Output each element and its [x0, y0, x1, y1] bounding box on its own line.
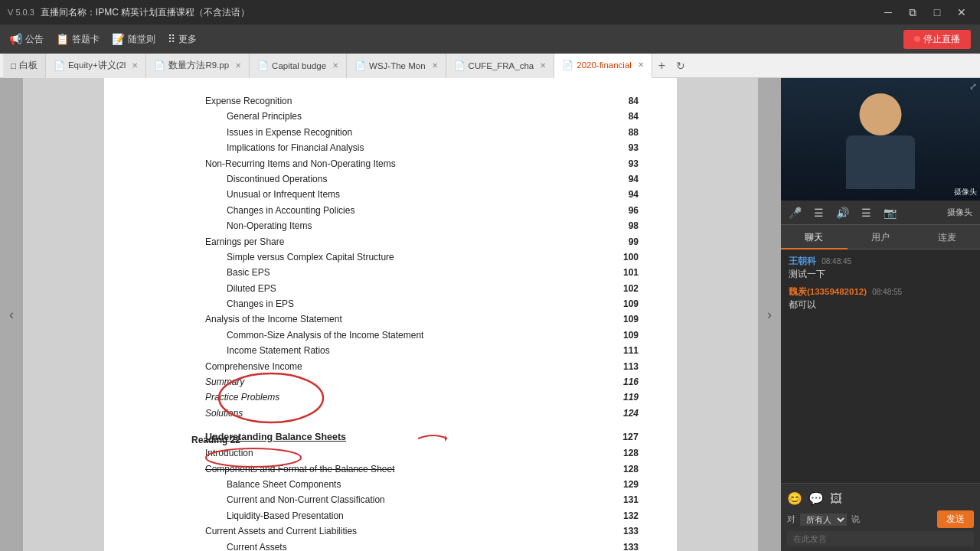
sender-name-1: 王朝科 [789, 256, 816, 266]
toc-common-size: Common-Size Analysis of the Income State… [181, 328, 639, 343]
reading22-label: Reading 22 [191, 432, 240, 448]
minimize-button[interactable]: ─ [877, 4, 899, 21]
toc-introduction: Introduction 128 [181, 445, 639, 461]
whiteboard-icon: □ [11, 61, 16, 70]
toc-summary: Summary 116 [181, 374, 639, 390]
live-dot [914, 36, 920, 42]
answer-card-button[interactable]: 📋 答题卡 [56, 33, 100, 46]
pdf-icon-5: 📄 [454, 60, 466, 71]
mic-icon[interactable]: 🎤 [789, 207, 802, 219]
toolbar: 📢 公告 📋 答题卡 📝 随堂则 ⠿ 更多 停止直播 [0, 24, 980, 54]
toc-diluted-eps: Diluted EPS 102 [181, 281, 639, 296]
next-page-button[interactable]: › [758, 78, 781, 551]
pdf-icon-3: 📄 [257, 60, 269, 71]
video-person [781, 78, 980, 201]
video-feed: ⤢ 摄像头 [781, 78, 980, 201]
say-label: 说 [851, 514, 860, 525]
tab-connect[interactable]: 连麦 [913, 225, 980, 249]
volume-list-icon[interactable]: ☰ [861, 207, 871, 219]
right-panel: ⤢ 摄像头 🎤 ☰ 🔊 ☰ 📷 摄像头 聊天 用户 连麦 王朝科 08:48:4… [781, 78, 980, 551]
msg-text-2: 都可以 [789, 299, 972, 311]
volume-icon[interactable]: 🔊 [836, 207, 849, 219]
toc-liquidity-based: Liquidity-Based Presentation 132 [181, 508, 639, 523]
emoji-row: 😊 💬 🖼 [787, 488, 974, 509]
toc-nonrecurring: Non-Recurring Items and Non-Operating It… [181, 156, 639, 171]
refresh-button[interactable]: ↻ [671, 60, 690, 72]
emoji-smile-button[interactable]: 😊 [787, 491, 802, 506]
reading22-section: Reading 22 Understanding Balance Sheets … [181, 429, 639, 551]
chat-message-2: 魏炭(13359482012) 08:48:55 都可以 [789, 286, 972, 311]
toc-solutions: Solutions 124 [181, 406, 639, 421]
tab-close-5[interactable]: ✕ [540, 61, 546, 70]
tab-chat[interactable]: 聊天 [781, 225, 848, 249]
audience-row: 对 所有人 说 发送 [787, 509, 974, 531]
top-bar: V 5.0.3 直播间名称：IPMC 精英计划直播课程（不含法语） ─ ⧉ □ … [0, 0, 980, 24]
tab-bar: □ 白板 📄 Equity+讲义(2l ✕ 📄 数量方法R9.pp ✕ 📄 Ca… [0, 54, 980, 78]
toc-issues-expense: Issues in Expense Recognition 88 [181, 125, 639, 140]
pdf-page: Expense Recognition 84 General Principle… [104, 78, 677, 551]
announcement-button[interactable]: 📢 公告 [9, 33, 44, 46]
tab-close-6[interactable]: ✕ [638, 60, 644, 69]
emoji-bubble-button[interactable]: 💬 [808, 491, 824, 506]
tab-quantitative[interactable]: 📄 数量方法R9.pp ✕ [146, 54, 250, 78]
content-area: Expense Recognition 84 General Principle… [23, 78, 758, 551]
tab-close-1[interactable]: ✕ [132, 61, 138, 70]
pdf-icon-4: 📄 [354, 60, 366, 71]
more-button[interactable]: ⠿ 更多 [168, 33, 197, 46]
audience-select[interactable]: 所有人 [800, 514, 847, 526]
tab-capital[interactable]: 📄 Capital budge ✕ [250, 54, 347, 78]
camera-icon[interactable]: 📷 [884, 207, 897, 219]
version-label: V 5.0.3 [8, 8, 34, 17]
tab-users[interactable]: 用户 [848, 225, 914, 249]
restore-button[interactable]: □ [926, 4, 948, 21]
msg-text-1: 测试一下 [789, 269, 972, 280]
tab-equity[interactable]: 📄 Equity+讲义(2l ✕ [46, 54, 146, 78]
toc-current-assets: Current Assets 133 [181, 540, 639, 551]
chat-input[interactable] [787, 531, 974, 546]
toc-unusual: Unusual or Infrequent Items 94 [181, 187, 639, 202]
chat-messages: 王朝科 08:48:45 测试一下 魏炭(13359482012) 08:48:… [781, 249, 980, 483]
classroom-rules-button[interactable]: 📝 随堂则 [112, 33, 155, 46]
chat-message-1: 王朝科 08:48:45 测试一下 [789, 256, 972, 280]
camera-label: 摄像头 [954, 187, 977, 197]
toc-changes-eps: Changes in EPS 109 [181, 296, 639, 311]
list-icon[interactable]: ☰ [814, 207, 824, 219]
video-expand-button[interactable]: ⤢ [969, 81, 977, 92]
tab-wsj[interactable]: 📄 WSJ-The Mon ✕ [347, 54, 446, 78]
toc-analysis-income: Analysis of the Income Statement 109 [181, 311, 639, 327]
close-button[interactable]: ✕ [951, 4, 972, 21]
tile-button[interactable]: ⧉ [902, 4, 923, 21]
chat-tabs: 聊天 用户 连麦 [781, 225, 980, 249]
toc-nonoperating: Non-Operating Items 98 [181, 218, 639, 233]
window-controls: ─ ⧉ □ ✕ [877, 4, 972, 21]
stop-live-button[interactable]: 停止直播 [903, 30, 971, 49]
toc-understanding-balance-sheets: Understanding Balance Sheets 127 [181, 429, 639, 445]
image-button[interactable]: 🖼 [830, 491, 842, 506]
tab-2020financial[interactable]: 📄 2020-financial ✕ [554, 54, 652, 78]
grid-icon: ⠿ [168, 33, 175, 45]
tab-close-4[interactable]: ✕ [432, 61, 438, 70]
send-button[interactable]: 发送 [937, 510, 974, 528]
toc-comprehensive: Comprehensive Income 113 [181, 359, 639, 374]
tab-whiteboard[interactable]: □ 白板 [3, 54, 46, 78]
circled-items-group: Summary 116 Practice Problems 119 Soluti… [181, 374, 639, 421]
prev-page-button[interactable]: ‹ [0, 78, 23, 551]
msg-time-1: 08:48:45 [822, 257, 851, 266]
msg-time-2: 08:48:55 [872, 288, 902, 296]
toc-current-assets-liabilities: Current Assets and Current Liabilities 1… [181, 523, 639, 539]
toc-current-noncurrent: Current and Non-Current Classification 1… [181, 492, 639, 507]
tab-cufe[interactable]: 📄 CUFE_FRA_cha ✕ [446, 54, 555, 78]
tab-close-2[interactable]: ✕ [235, 61, 241, 70]
app-title: 直播间名称：IPMC 精英计划直播课程（不含法语） [41, 6, 250, 19]
toc-practice-problems: Practice Problems 119 [181, 390, 639, 405]
toc-implications: Implications for Financial Analysis 93 [181, 140, 639, 155]
toc-balance-sheet-components: Balance Sheet Components 129 [181, 477, 639, 492]
add-tab-button[interactable]: + [652, 59, 671, 73]
audience-prefix: 对 [787, 514, 795, 525]
toc-expense-recognition: Expense Recognition 84 [181, 93, 639, 109]
toc-components-format: Components and Format of the Balance She… [181, 461, 639, 477]
answer-card-icon: 📋 [56, 33, 69, 45]
tab-close-3[interactable]: ✕ [332, 61, 338, 70]
chat-input-area: 😊 💬 🖼 对 所有人 说 发送 [781, 483, 980, 551]
camera-text-label: 摄像头 [947, 207, 972, 218]
